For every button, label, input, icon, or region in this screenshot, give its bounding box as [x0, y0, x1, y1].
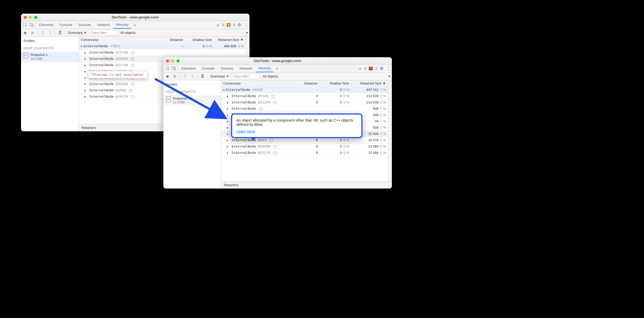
- view-select[interactable]: Summary ▾: [68, 31, 86, 35]
- settings-gear-icon[interactable]: ⚙: [380, 66, 383, 71]
- garbage-collect-icon[interactable]: [58, 30, 63, 35]
- traffic-lights[interactable]: [24, 16, 37, 19]
- expand-toggle-icon[interactable]: [85, 58, 86, 60]
- more-tabs-icon[interactable]: »: [274, 66, 280, 71]
- minimize-icon[interactable]: [171, 59, 174, 62]
- expand-toggle-icon[interactable]: [227, 152, 228, 154]
- element-icon: [272, 95, 275, 98]
- export-icon[interactable]: ⤴: [183, 74, 187, 78]
- expand-toggle-icon[interactable]: [85, 52, 86, 54]
- expand-toggle-icon[interactable]: [227, 108, 228, 110]
- close-icon[interactable]: [24, 16, 27, 19]
- object-row[interactable]: InternalNode @15798: [79, 49, 246, 56]
- expand-toggle-icon[interactable]: [85, 96, 86, 98]
- col-constructor[interactable]: Constructor: [79, 37, 164, 43]
- garbage-collect-icon[interactable]: [200, 74, 205, 79]
- titlebar[interactable]: DevTools - www.google.com/: [21, 14, 250, 21]
- col-retained[interactable]: Retained Size ▼: [351, 80, 388, 86]
- more-tabs-icon[interactable]: »: [132, 23, 137, 27]
- class-filter-input[interactable]: Class filter: [89, 30, 118, 35]
- tab-sources[interactable]: Sources: [76, 21, 94, 28]
- memory-toolbar: ◉ ⊘ ⤴ ⤵ Summary ▾ Class filter All objec…: [21, 29, 250, 37]
- snapshot-item[interactable]: Snapshot 1 13.3 MB: [163, 95, 221, 105]
- snapshot-item[interactable]: Snapshot 1 16.0 MB: [21, 52, 79, 62]
- class-filter-input[interactable]: Class filter: [231, 74, 260, 79]
- tab-sources[interactable]: Sources: [218, 65, 236, 72]
- objects-filter[interactable]: All objects: [263, 74, 278, 78]
- col-distance[interactable]: Distance: [164, 37, 185, 43]
- col-distance[interactable]: Distance: [299, 80, 320, 86]
- expand-toggle-icon[interactable]: [227, 102, 228, 104]
- device-toggle-icon[interactable]: [29, 23, 34, 27]
- tab-memory[interactable]: Memory: [113, 21, 131, 29]
- chevron-down-icon[interactable]: ▾: [388, 74, 390, 78]
- view-select[interactable]: Summary ▾: [210, 74, 228, 78]
- col-retained[interactable]: Retained Size ▼: [214, 37, 246, 43]
- object-row[interactable]: InternalNode @9166 4 00 % 214 9282 %: [221, 93, 388, 99]
- object-row[interactable]: InternalNode @25270 9 00 % 15 6640 %: [221, 150, 388, 156]
- maximize-icon[interactable]: [176, 59, 180, 62]
- expand-toggle-icon[interactable]: [81, 46, 83, 47]
- expand-toggle-icon[interactable]: [227, 95, 228, 97]
- issue-icon[interactable]: ■: [227, 23, 230, 27]
- object-row[interactable]: InternalNode 6481 %: [221, 106, 388, 112]
- traffic-lights[interactable]: [166, 59, 180, 62]
- svg-rect-2: [32, 24, 33, 27]
- expand-toggle-icon[interactable]: [85, 77, 86, 79]
- tab-elements[interactable]: Elements: [37, 21, 56, 28]
- grid-header[interactable]: Constructor Distance Shallow Size Retain…: [221, 80, 388, 87]
- import-icon[interactable]: ⤵: [190, 74, 195, 78]
- learn-more-link[interactable]: Learn more: [236, 129, 255, 133]
- titlebar[interactable]: DevTools - www.google.com/: [163, 57, 392, 65]
- kebab-menu-icon[interactable]: ⋮: [386, 66, 390, 71]
- chevron-down-icon[interactable]: ▾: [246, 31, 248, 35]
- col-constructor[interactable]: Constructor: [221, 80, 299, 86]
- grid-header[interactable]: Constructor Distance Shallow Size Retain…: [79, 37, 246, 43]
- minimize-icon[interactable]: [29, 16, 32, 19]
- window-title: DevTools - www.google.com/: [163, 59, 392, 63]
- kebab-menu-icon[interactable]: ⋮: [244, 22, 248, 28]
- record-icon[interactable]: ◉: [165, 74, 170, 78]
- tab-console[interactable]: Console: [199, 65, 217, 72]
- device-toggle-icon[interactable]: [171, 67, 176, 70]
- maximize-icon[interactable]: [34, 16, 37, 19]
- expand-toggle-icon[interactable]: [227, 114, 228, 116]
- record-icon[interactable]: ◉: [23, 31, 27, 35]
- tab-elements[interactable]: Elements: [179, 65, 198, 72]
- expand-toggle-icon[interactable]: [227, 146, 228, 148]
- object-row[interactable]: InternalNode @22200 6 00 % 214 9282 %: [221, 99, 388, 106]
- scrollbar[interactable]: [388, 80, 392, 181]
- expand-toggle-icon[interactable]: [85, 71, 86, 73]
- object-row[interactable]: InternalNode @20490 8 00 % 15 6640 %: [221, 143, 388, 150]
- tab-network[interactable]: Network: [237, 65, 255, 72]
- expand-toggle-icon[interactable]: [85, 64, 86, 66]
- tab-network[interactable]: Network: [95, 21, 113, 28]
- warning-icon[interactable]: ▲: [359, 66, 362, 70]
- expand-toggle-icon[interactable]: [223, 89, 225, 91]
- settings-gear-icon[interactable]: ⚙: [237, 22, 241, 27]
- col-shallow[interactable]: Shallow Size: [320, 80, 351, 86]
- expand-toggle-icon[interactable]: [85, 90, 86, 92]
- expand-toggle-icon[interactable]: [227, 127, 228, 129]
- inspect-icon[interactable]: [165, 66, 170, 71]
- clear-icon[interactable]: ⊘: [172, 74, 177, 78]
- import-icon[interactable]: ⤵: [48, 31, 52, 35]
- col-shallow[interactable]: Shallow Size: [185, 37, 214, 43]
- clear-icon[interactable]: ⊘: [30, 31, 35, 35]
- close-icon[interactable]: [166, 59, 169, 62]
- expand-toggle-icon[interactable]: [227, 133, 228, 135]
- inspect-icon[interactable]: [23, 23, 28, 27]
- chevron-down-icon: ▾: [227, 74, 228, 78]
- export-icon[interactable]: ⤴: [40, 31, 45, 35]
- constructor-row[interactable]: InternalNode ×7851 – 00 % 486 6083 %: [79, 43, 246, 49]
- expand-toggle-icon[interactable]: [85, 83, 86, 85]
- tab-console[interactable]: Console: [57, 21, 75, 28]
- constructor-row[interactable]: InternalNode ×5010 – 00 % 447 4123 %: [221, 87, 388, 93]
- expand-toggle-icon[interactable]: [227, 121, 228, 123]
- tab-memory[interactable]: Memory: [256, 65, 273, 72]
- expand-toggle-icon[interactable]: [227, 139, 228, 142]
- error-icon[interactable]: ×: [369, 67, 373, 70]
- objects-filter[interactable]: All objects: [120, 31, 136, 35]
- warning-icon[interactable]: ▲: [216, 23, 220, 27]
- retainers-panel-header[interactable]: Retainers: [221, 181, 392, 189]
